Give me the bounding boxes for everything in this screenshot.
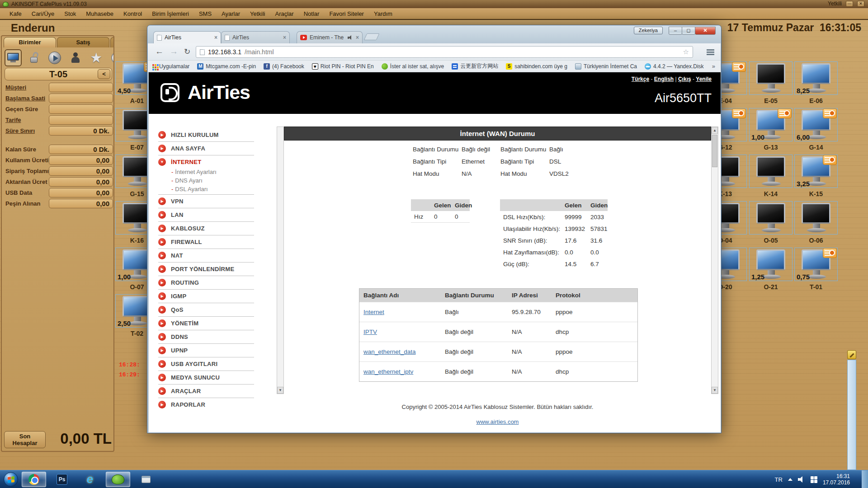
new-tab-button[interactable] — [364, 33, 380, 40]
field-value-box[interactable]: 0 Dk. — [49, 126, 113, 136]
panel-tab[interactable]: Birimler — [4, 37, 56, 47]
toolbar-button[interactable] — [108, 49, 114, 66]
taskbar-clock[interactable]: 16:31 17.07.2016 — [823, 473, 850, 486]
menubar-item[interactable]: Kafe — [5, 10, 27, 17]
router-link[interactable]: Çıkış — [678, 76, 691, 82]
field-value-box[interactable] — [49, 115, 113, 125]
language-indicator[interactable]: TR — [775, 476, 783, 483]
computer-unit[interactable]: 6,00G-14 — [794, 108, 838, 151]
field-value-box[interactable] — [49, 94, 113, 103]
menubar-item[interactable]: Birim İşlemleri — [147, 10, 194, 17]
panel-tab[interactable]: Satış — [57, 37, 109, 47]
menubar-item[interactable]: Stok — [59, 10, 81, 17]
taskbar-app-chrome[interactable] — [22, 472, 46, 487]
toolbar-button[interactable] — [46, 49, 63, 66]
computer-unit[interactable]: E-05 — [749, 61, 793, 104]
content-scrollbar-left[interactable]: ▼ — [277, 127, 284, 394]
router-nav-item[interactable]: ▶ANA SAYFA — [158, 142, 254, 155]
router-nav-item[interactable]: ▶MEDYA SUNUCU — [158, 371, 254, 384]
router-nav-item[interactable]: ▶RAPORLAR — [158, 398, 254, 411]
router-link[interactable]: Yenile — [696, 76, 712, 82]
computer-unit[interactable]: 3,25K-15 — [794, 155, 838, 197]
router-link[interactable]: English — [654, 76, 674, 82]
router-nav-item[interactable]: ▶USB AYGITLARI — [158, 357, 254, 371]
connection-link[interactable]: wan_ethernet_data — [363, 348, 416, 355]
menubar-item[interactable]: Cari/Üye — [27, 10, 60, 17]
tab-close-icon[interactable]: × — [356, 34, 359, 41]
field-value-box[interactable]: 0 Dk. — [49, 145, 113, 154]
field-value-box[interactable]: 0,00 — [49, 188, 113, 197]
bookmark-item[interactable]: Türkiyenin İnternet Ca — [575, 63, 637, 70]
forward-button[interactable]: → — [170, 47, 178, 56]
computer-unit[interactable]: K-14 — [749, 155, 793, 197]
back-button[interactable]: ← — [155, 47, 164, 56]
bookmark-item[interactable]: MMtcgame.com -E-pin — [197, 63, 256, 70]
router-nav-item[interactable]: ▶DDNS — [158, 330, 254, 343]
computer-unit[interactable]: 0,75T-01 — [794, 248, 838, 291]
maximize-button[interactable]: ◻ — [682, 27, 695, 35]
router-link[interactable]: Türkçe — [632, 76, 649, 82]
field-value-box[interactable] — [49, 104, 113, 114]
router-nav-subitem[interactable]: -İnternet Ayarları — [158, 169, 254, 177]
bookmark-item[interactable]: İster al ister sat, alışve — [382, 63, 444, 70]
taskbar-app-app-window[interactable] — [134, 472, 158, 487]
field-value-box[interactable] — [49, 83, 113, 92]
router-nav-item[interactable]: ▶ROUTING — [158, 276, 254, 289]
toolbar-button[interactable] — [5, 49, 22, 66]
minimize-button[interactable]: — — [846, 1, 853, 7]
connection-link[interactable]: Internet — [363, 309, 384, 315]
last-accounts-button[interactable]: Son Hesaplar — [4, 431, 46, 448]
browser-menu-icon[interactable] — [707, 49, 714, 51]
router-nav-item[interactable]: ▶IGMP — [158, 290, 254, 303]
menubar-item[interactable]: Yardım — [369, 10, 397, 17]
menubar-item[interactable]: Muhasebe — [81, 10, 118, 17]
volume-icon[interactable] — [798, 476, 805, 483]
menubar-item[interactable]: Notlar — [299, 10, 325, 17]
router-nav-item[interactable]: ▶ARAÇLAR — [158, 385, 254, 398]
connection-link[interactable]: IPTV — [363, 328, 377, 335]
profile-badge[interactable]: Zekeriya — [634, 27, 663, 34]
router-nav-item[interactable]: ▶FIREWALL — [158, 235, 254, 249]
toolbar-button[interactable] — [25, 49, 42, 66]
field-value-box[interactable]: 0,00 — [49, 177, 113, 187]
router-nav-item[interactable]: ▶LAN — [158, 208, 254, 221]
taskbar-app-photoshop[interactable]: Ps — [50, 472, 74, 487]
computer-unit[interactable]: 1,25O-21 — [749, 248, 793, 291]
router-nav-item[interactable]: ▶HIZLI KURULUM — [158, 128, 254, 141]
start-button[interactable] — [4, 472, 18, 487]
menubar-item[interactable]: Ayarlar — [217, 10, 245, 17]
scroll-down-icon[interactable]: ▼ — [277, 387, 283, 394]
minimize-button[interactable]: – — [669, 27, 682, 35]
taskbar-app-cafeplus-frog[interactable] — [106, 472, 130, 487]
field-value-box[interactable]: 0,00 — [49, 166, 113, 176]
field-value-box[interactable]: 0,00 — [49, 199, 113, 208]
scrollbar-thumb[interactable] — [712, 135, 717, 167]
router-nav-item[interactable]: ▶KABLOSUZ — [158, 222, 254, 235]
show-desktop-button[interactable] — [862, 470, 868, 488]
close-button[interactable]: ✕ — [857, 1, 864, 7]
menubar-item[interactable]: Yetkili — [245, 10, 270, 17]
computer-unit[interactable]: 8,25E-06 — [794, 61, 838, 104]
computer-unit[interactable]: 1,00G-13 — [749, 108, 793, 151]
taskbar-app-internet-explorer[interactable]: e — [78, 472, 102, 487]
menubar-item[interactable]: Araçlar — [270, 10, 299, 17]
hidden-icons-arrow[interactable] — [788, 478, 793, 481]
router-nav-item[interactable]: ▶PORT YÖNLENDİRME — [158, 263, 254, 276]
menubar-item[interactable]: Favori Siteler — [324, 10, 369, 17]
tab-close-icon[interactable]: × — [283, 34, 286, 41]
toolbar-button[interactable] — [67, 49, 84, 66]
router-nav-item[interactable]: ▶YÖNETİM — [158, 317, 254, 330]
bookmark-item[interactable]: ♥Riot PIN - Riot PIN En — [312, 63, 374, 70]
computer-unit[interactable]: O-05 — [749, 201, 793, 244]
router-nav-item[interactable]: ▶VPN — [158, 195, 254, 208]
reload-button[interactable]: ↻ — [184, 47, 190, 56]
bookmark-star-icon[interactable]: ☆ — [683, 48, 689, 56]
content-scrollbar-right[interactable]: ▲ ▼ — [711, 127, 718, 394]
router-nav-subitem[interactable]: -DNS Ayarı — [158, 177, 254, 186]
tab-close-icon[interactable]: × — [214, 34, 217, 41]
connection-link[interactable]: wan_ethernet_iptv — [363, 368, 413, 375]
router-nav-item[interactable]: ▶QoS — [158, 303, 254, 316]
menubar-item[interactable]: Kontrol — [118, 10, 147, 17]
router-nav-item[interactable]: ▶NAT — [158, 249, 254, 262]
computer-unit[interactable]: O-06 — [794, 201, 838, 244]
